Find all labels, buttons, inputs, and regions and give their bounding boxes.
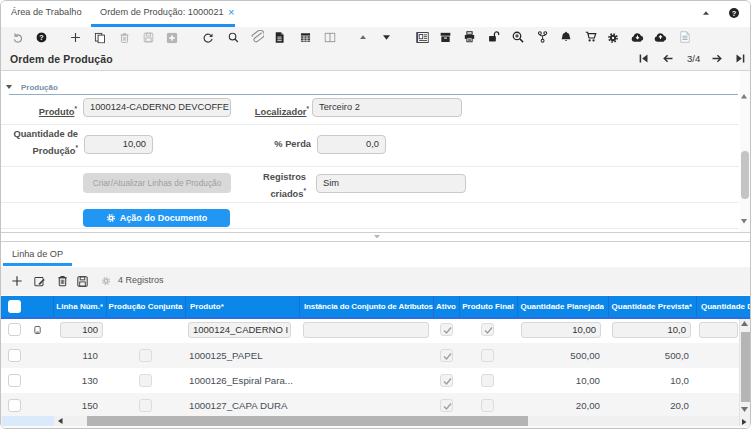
- svg-text:?: ?: [732, 9, 737, 18]
- svg-text:?: ?: [39, 33, 43, 42]
